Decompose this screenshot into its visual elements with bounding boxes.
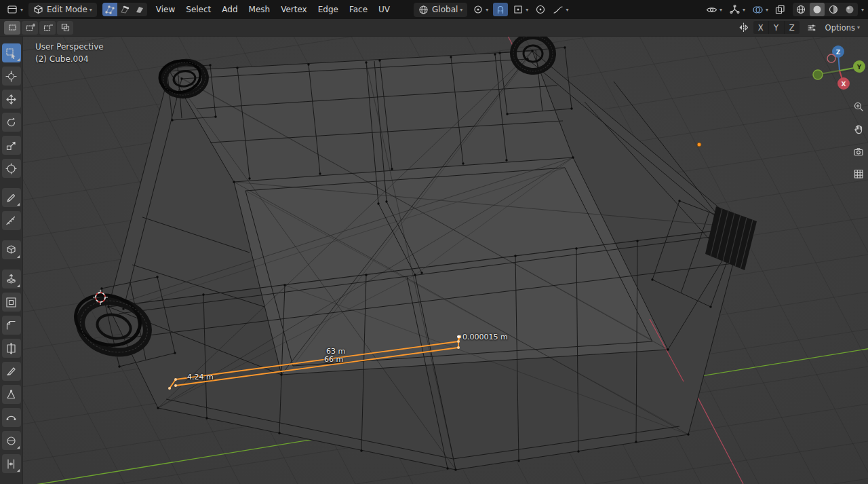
menu-uv[interactable]: UV: [374, 3, 395, 16]
show-overlays-dropdown[interactable]: ▾: [749, 3, 771, 17]
move-icon: [5, 94, 17, 105]
tool-edge-slide[interactable]: [2, 454, 21, 473]
select-set-icon: [7, 22, 18, 33]
visibility-dropdown[interactable]: ▾: [703, 3, 725, 17]
options-dropdown[interactable]: Options ▾: [821, 21, 864, 35]
proportional-falloff-button[interactable]: ▾: [550, 3, 571, 16]
tool-loop-cut[interactable]: [2, 339, 21, 358]
pivot-point-button[interactable]: ▾: [470, 3, 491, 16]
menu-edge[interactable]: Edge: [313, 3, 343, 16]
mode-selector[interactable]: Edit Mode ▾: [28, 3, 97, 17]
cursor-tool-icon: [5, 71, 17, 82]
tool-select-box[interactable]: [2, 43, 21, 62]
edge-select-mode-button[interactable]: [117, 3, 132, 16]
navigation-gizmo[interactable]: Z Y X: [812, 41, 868, 98]
select-op-extend-button[interactable]: [22, 21, 38, 35]
loop-cut-icon: [5, 343, 17, 354]
visibility-eye-icon: [706, 4, 717, 16]
menu-vertex[interactable]: Vertex: [276, 3, 312, 16]
pan-button[interactable]: [851, 122, 866, 136]
mirror-axis-group: X Y Z: [753, 21, 800, 34]
viewport-nav-buttons: [851, 99, 866, 181]
tool-knife[interactable]: [2, 362, 21, 381]
tool-transform[interactable]: [2, 159, 21, 178]
blender-window: ▾ Edit Mode ▾ View Select Add Mesh Verte…: [0, 0, 868, 484]
snap-target-icon: [513, 4, 524, 15]
select-op-set-button[interactable]: [4, 21, 20, 35]
mirror-x-button[interactable]: X: [753, 21, 769, 34]
chevron-down-icon: ▾: [857, 24, 860, 31]
transform-extras-button[interactable]: [804, 21, 820, 35]
tool-smooth[interactable]: [2, 431, 21, 450]
tool-scale[interactable]: [2, 136, 21, 155]
tool-settings-bar: X Y Z Options ▾: [0, 19, 868, 37]
inset-faces-icon: [5, 297, 17, 308]
tool-annotate[interactable]: [2, 188, 21, 207]
tool-inset-faces[interactable]: [2, 293, 21, 312]
orientation-label: Global: [432, 5, 458, 14]
gizmo-icon: [729, 4, 741, 16]
spin-icon: [5, 412, 17, 424]
select-intersect-icon: [60, 22, 71, 33]
pan-hand-icon: [853, 124, 865, 135]
face-select-mode-button[interactable]: [132, 3, 147, 16]
camera-view-button[interactable]: [851, 144, 866, 159]
menu-add[interactable]: Add: [217, 3, 242, 16]
xray-icon: [774, 4, 786, 16]
editor-type-button[interactable]: ▾: [4, 3, 26, 17]
viewport-editor-icon: [7, 4, 18, 16]
ortho-toggle-button[interactable]: [851, 166, 866, 181]
menu-view[interactable]: View: [151, 3, 180, 16]
mirror-z-button[interactable]: Z: [785, 21, 800, 34]
select-op-intersect-button[interactable]: [57, 21, 73, 35]
shading-solid-icon: [812, 4, 823, 15]
select-extend-icon: [25, 22, 35, 33]
menu-select[interactable]: Select: [181, 3, 216, 16]
transform-orientation-selector[interactable]: Global ▾: [414, 3, 467, 17]
tool-spin[interactable]: [2, 408, 21, 427]
snap-settings-button[interactable]: ▾: [510, 3, 531, 16]
shading-solid-button[interactable]: [810, 3, 825, 16]
mirror-y-button[interactable]: Y: [769, 21, 785, 34]
vertex-select-mode-button[interactable]: [102, 3, 117, 16]
select-op-subtract-button[interactable]: [39, 21, 56, 35]
proportional-edit-toggle[interactable]: [533, 3, 548, 16]
chevron-down-icon: ▾: [20, 7, 23, 13]
gizmo-y-negative-axis[interactable]: [813, 70, 823, 79]
chevron-down-icon: ▾: [719, 7, 722, 13]
tool-bevel[interactable]: [2, 316, 21, 335]
tool-rotate[interactable]: [2, 113, 21, 132]
zoom-button[interactable]: [851, 99, 866, 114]
menu-face[interactable]: Face: [344, 3, 372, 16]
mesh-select-mode-group: [102, 3, 147, 16]
options-label: Options: [825, 23, 855, 33]
xray-toggle-button[interactable]: [773, 3, 788, 16]
zoom-icon: [853, 101, 865, 113]
viewport-scene[interactable]: [0, 0, 868, 484]
menu-mesh[interactable]: Mesh: [244, 3, 275, 16]
chevron-down-icon[interactable]: ▾: [861, 7, 864, 13]
transform-icon: [5, 163, 17, 174]
snap-toggle-button[interactable]: [493, 3, 508, 16]
shading-material-icon: [828, 4, 839, 15]
shading-wireframe-button[interactable]: [793, 3, 808, 16]
globe-icon: [418, 5, 429, 15]
tool-move[interactable]: [2, 90, 21, 109]
bevel-icon: [5, 320, 17, 331]
tool-poly-build[interactable]: [2, 385, 21, 404]
shading-rendered-button[interactable]: [842, 3, 857, 16]
mirror-icon: [738, 22, 749, 33]
show-gizmo-dropdown[interactable]: ▾: [726, 3, 748, 17]
shading-material-button[interactable]: [826, 3, 841, 16]
toolbar: [0, 37, 23, 484]
tool-cursor[interactable]: [2, 67, 21, 86]
edge-slide-icon: [5, 458, 17, 470]
tool-extrude-region[interactable]: [2, 269, 21, 288]
tool-measure[interactable]: [2, 211, 21, 230]
tool-add-cube[interactable]: [2, 240, 21, 259]
chevron-down-icon: ▾: [90, 7, 92, 13]
viewport-header: ▾ Edit Mode ▾ View Select Add Mesh Verte…: [0, 0, 868, 19]
smooth-icon: [5, 435, 17, 447]
poly-build-icon: [5, 389, 17, 401]
gizmo-x-negative-axis[interactable]: [827, 54, 835, 62]
